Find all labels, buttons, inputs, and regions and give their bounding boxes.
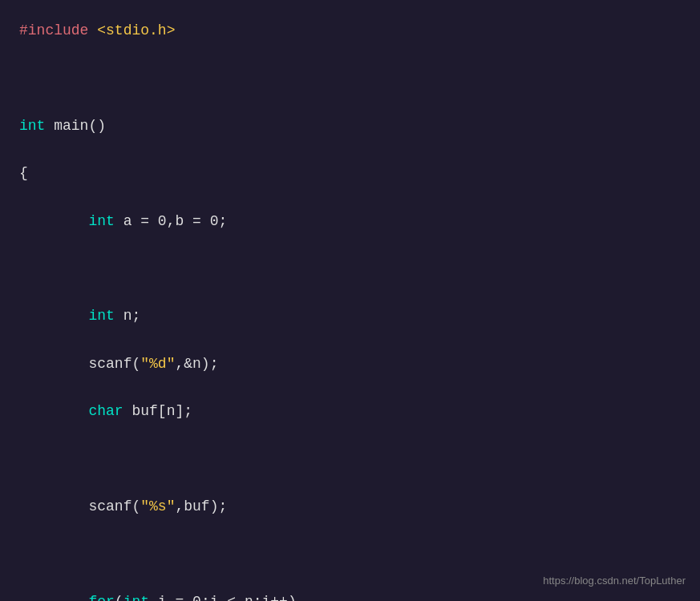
- code-line-3: int main(): [19, 115, 681, 139]
- code-line-13: for(int i = 0;i < n;i++): [19, 591, 681, 602]
- code-line-2: [19, 67, 681, 91]
- code-line-12: [19, 543, 681, 567]
- code-container: #include <stdio.h> int main() { int a = …: [0, 0, 700, 601]
- code-line-11: scanf("%s",buf);: [19, 495, 681, 519]
- code-line-4: {: [19, 162, 681, 186]
- code-line-1: #include <stdio.h>: [19, 19, 681, 43]
- watermark: https://blog.csdn.net/TopLuther: [543, 573, 686, 590]
- code-line-7: int n;: [19, 305, 681, 329]
- code-line-8: scanf("%d",&n);: [19, 353, 681, 377]
- code-line-5: int a = 0,b = 0;: [19, 210, 681, 234]
- code-line-10: [19, 447, 681, 471]
- code-line-6: [19, 257, 681, 281]
- code-block: #include <stdio.h> int main() { int a = …: [19, 19, 681, 601]
- code-line-9: char buf[n];: [19, 400, 681, 424]
